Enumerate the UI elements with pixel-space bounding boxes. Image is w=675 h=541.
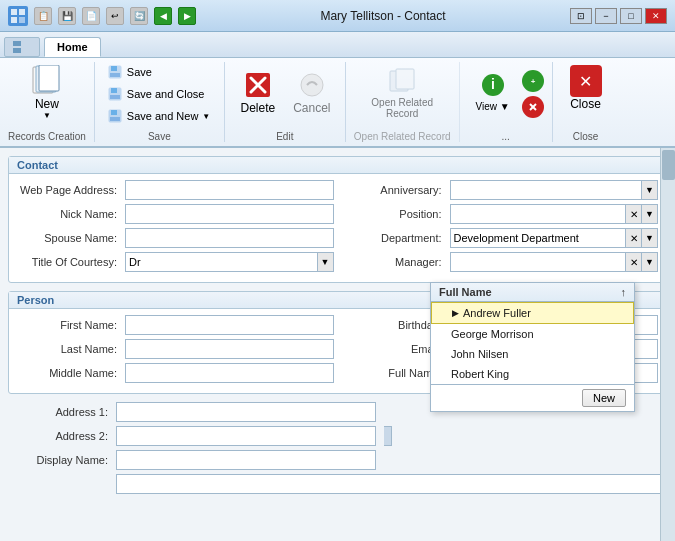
open-related-button[interactable]: Open RelatedRecord xyxy=(365,62,439,122)
nick-name-row: Nick Name: xyxy=(17,204,334,224)
ribbon-group-close: ✕ Close Close xyxy=(553,62,619,142)
full-name-label: Full Name: xyxy=(342,367,442,379)
toolbar-btn-2[interactable]: 💾 xyxy=(58,7,76,25)
toolbar-btn-undo[interactable]: ↩ xyxy=(106,7,124,25)
first-name-input[interactable] xyxy=(125,315,334,335)
scroll-thumb[interactable] xyxy=(662,150,675,180)
manager-input[interactable] xyxy=(450,252,627,272)
birthday-label: Birthday: xyxy=(342,319,442,331)
address1-input[interactable] xyxy=(116,402,376,422)
contact-section: Contact Web Page Address: Anniversary: ▼ xyxy=(8,156,667,283)
department-dd-btn[interactable]: ▼ xyxy=(642,228,658,248)
dropdown-sort-icon: ↑ xyxy=(621,286,627,298)
tab-home[interactable]: Home xyxy=(44,37,101,57)
new-arrow-icon: ▼ xyxy=(43,111,51,120)
contact-section-title: Contact xyxy=(9,157,666,174)
edit-buttons: Delete Cancel xyxy=(233,62,337,129)
green-circle-btn[interactable]: + xyxy=(522,70,544,92)
contact-row-2: Nick Name: Position: ✕ ▼ xyxy=(17,204,658,228)
nav-box[interactable] xyxy=(4,37,40,57)
manager-dd-btn[interactable]: ▼ xyxy=(642,252,658,272)
save-icon xyxy=(107,64,123,80)
close-ribbon-icon: ✕ xyxy=(570,65,602,97)
cancel-button[interactable]: Cancel xyxy=(287,66,337,118)
save-close-button[interactable]: Save and Close xyxy=(103,84,216,104)
svg-rect-17 xyxy=(110,117,120,121)
toolbar-btn-nav2[interactable]: ▶ xyxy=(178,7,196,25)
close-button[interactable]: ✕ Close xyxy=(561,62,611,114)
department-input[interactable] xyxy=(450,228,627,248)
spouse-name-row: Spouse Name: xyxy=(17,228,334,248)
dropdown-item-1[interactable]: George Morrison xyxy=(431,324,634,344)
dropdown-new-button[interactable]: New xyxy=(582,389,626,407)
dropdown-item-2[interactable]: John Nilsen xyxy=(431,344,634,364)
title-bar: 📋 💾 📄 ↩ 🔄 ◀ ▶ Mary Tellitson - Contact ⊡… xyxy=(0,0,675,32)
records-creation-label: Records Creation xyxy=(8,131,86,142)
spouse-name-label: Spouse Name: xyxy=(17,232,117,244)
contact-section-body: Web Page Address: Anniversary: ▼ Nick Na… xyxy=(9,174,666,282)
view-button[interactable]: i View ▼ xyxy=(468,66,518,115)
dropdown-item-0[interactable]: ▶ Andrew Fuller xyxy=(431,302,634,324)
first-name-row: First Name: xyxy=(17,315,334,335)
dropdown-new-row: New xyxy=(431,384,634,411)
ribbon-group-view: i View ▼ + ... xyxy=(460,62,553,142)
ribbon: New ▼ Records Creation Save Save and Clo… xyxy=(0,58,675,148)
spouse-name-input[interactable] xyxy=(125,228,334,248)
toolbar-btn-1[interactable]: 📋 xyxy=(34,7,52,25)
new-button[interactable]: New ▼ xyxy=(22,62,72,123)
svg-rect-14 xyxy=(110,95,120,99)
middle-name-input[interactable] xyxy=(125,363,334,383)
view-group-label: ... xyxy=(501,131,509,142)
manager-row: Manager: ✕ ▼ xyxy=(342,252,659,272)
toolbar-btn-refresh[interactable]: 🔄 xyxy=(130,7,148,25)
svg-rect-13 xyxy=(111,88,117,93)
delete-button[interactable]: Delete xyxy=(233,66,283,118)
save-new-label: Save and New xyxy=(127,110,199,122)
toolbar-btn-3[interactable]: 📄 xyxy=(82,7,100,25)
red-circle-btn[interactable] xyxy=(522,96,544,118)
close-label: Close xyxy=(570,97,601,111)
title-courtesy-field: ▼ xyxy=(125,252,334,272)
restore-btn[interactable]: ⊡ xyxy=(570,8,592,24)
resize-handle[interactable] xyxy=(384,426,392,446)
side-buttons: + xyxy=(522,66,544,118)
manager-x-btn[interactable]: ✕ xyxy=(626,252,642,272)
view-label: View ▼ xyxy=(475,101,509,112)
cancel-icon xyxy=(296,69,328,101)
position-x-btn[interactable]: ✕ xyxy=(626,204,642,224)
save-button[interactable]: Save xyxy=(103,62,216,82)
manager-label: Manager: xyxy=(342,256,442,268)
anniversary-input[interactable] xyxy=(450,180,643,200)
close-window-btn[interactable]: ✕ xyxy=(645,8,667,24)
display-name-input[interactable] xyxy=(116,450,376,470)
svg-rect-4 xyxy=(13,41,21,46)
svg-rect-16 xyxy=(111,110,117,115)
title-courtesy-input[interactable] xyxy=(125,252,318,272)
scrollbar[interactable] xyxy=(660,148,675,541)
dropdown-item-3[interactable]: Robert King xyxy=(431,364,634,384)
title-courtesy-dd-btn[interactable]: ▼ xyxy=(318,252,334,272)
display-name-label: Display Name: xyxy=(8,454,108,466)
extra-input[interactable] xyxy=(116,474,667,494)
anniversary-dd-btn[interactable]: ▼ xyxy=(642,180,658,200)
email-label: Email: xyxy=(342,343,442,355)
address2-input[interactable] xyxy=(116,426,376,446)
position-input[interactable] xyxy=(450,204,627,224)
toolbar-btn-nav1[interactable]: ◀ xyxy=(154,7,172,25)
tab-bar: Home xyxy=(0,32,675,58)
web-page-input[interactable] xyxy=(125,180,334,200)
maximize-btn[interactable]: □ xyxy=(620,8,642,24)
department-x-btn[interactable]: ✕ xyxy=(626,228,642,248)
position-dd-btn[interactable]: ▼ xyxy=(642,204,658,224)
manager-dropdown-popup: Full Name ↑ ▶ Andrew Fuller George Morri… xyxy=(430,282,635,412)
anniversary-label: Anniversary: xyxy=(342,184,442,196)
save-new-arrow: ▼ xyxy=(202,112,210,121)
window-title: Mary Tellitson - Contact xyxy=(196,9,570,23)
minimize-btn[interactable]: − xyxy=(595,8,617,24)
save-new-button[interactable]: Save and New ▼ xyxy=(103,106,216,126)
nick-name-input[interactable] xyxy=(125,204,334,224)
svg-rect-3 xyxy=(19,17,25,23)
cancel-label: Cancel xyxy=(293,101,330,115)
contact-row-4: Title Of Courtesy: ▼ Manager: ✕ ▼ xyxy=(17,252,658,276)
last-name-input[interactable] xyxy=(125,339,334,359)
